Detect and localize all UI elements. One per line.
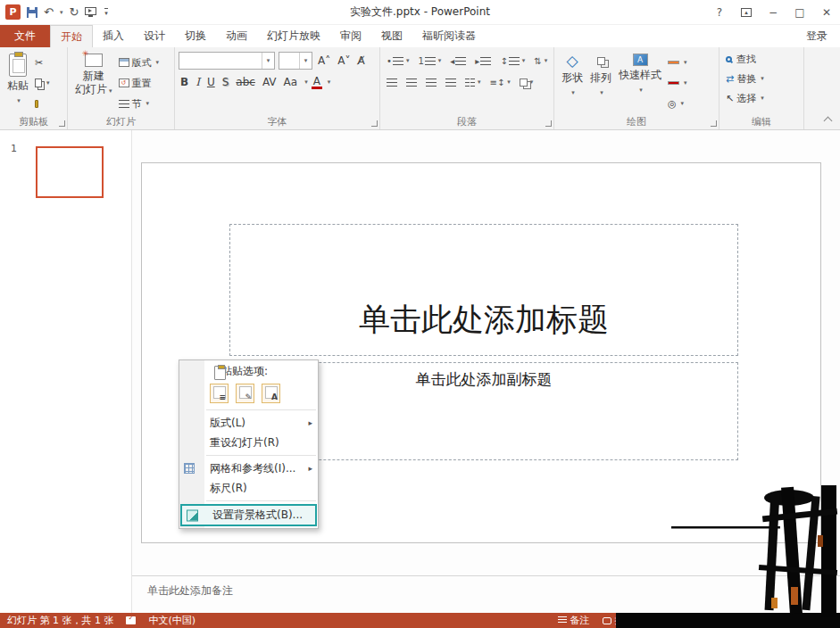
replace-button[interactable]: ⇄替换▾ [723, 70, 800, 87]
clipboard-dialog-launcher[interactable] [59, 120, 65, 127]
zoom-out-button[interactable]: − [726, 615, 734, 626]
normal-view-button[interactable]: ▤ [656, 616, 672, 625]
start-slideshow-icon[interactable] [85, 7, 96, 15]
tab-transitions[interactable]: 切换 [175, 25, 216, 47]
font-name-combo[interactable]: ▾ [179, 52, 275, 70]
italic-button[interactable]: I [194, 76, 202, 88]
line-spacing-button[interactable]: ↕▾ [497, 52, 528, 70]
align-text-button[interactable]: ≡↕▾ [487, 73, 513, 91]
quick-styles-button[interactable]: A 快速样式▾ [615, 50, 665, 116]
window-controls: ? ▴ − □ ✕ [706, 0, 840, 24]
notes-pane-divider[interactable] [132, 575, 840, 576]
paste-use-theme-icon[interactable]: ≡ [210, 384, 229, 403]
slide-thumbnail[interactable] [36, 146, 104, 198]
spellcheck-indicator[interactable] [126, 616, 136, 624]
minimize-button[interactable]: − [760, 0, 786, 24]
comments-toggle[interactable]: 批注 [603, 614, 635, 627]
underline-button[interactable]: U [205, 76, 217, 88]
tab-foxit-reader[interactable]: 福昕阅读器 [412, 25, 486, 47]
cut-button[interactable]: ✂ [32, 54, 53, 71]
tab-review[interactable]: 审阅 [330, 25, 371, 47]
tab-insert[interactable]: 插入 [93, 25, 134, 47]
increase-indent-button[interactable]: ▸ [472, 52, 494, 70]
convert-smartart-button[interactable]: ▾ [517, 73, 536, 91]
numbering-button[interactable]: 1▾ [415, 52, 444, 70]
new-slide-button[interactable]: 新建幻灯片▾ [71, 50, 116, 116]
strikethrough-button[interactable]: abc [234, 76, 257, 88]
maximize-button[interactable]: □ [786, 0, 813, 24]
ribbon-display-options-button[interactable]: ▴ [733, 0, 760, 24]
zoom-in-button[interactable]: + [825, 615, 833, 626]
shape-effects-button[interactable]: ◎▾ [665, 95, 690, 112]
columns-button[interactable]: ▾ [462, 73, 484, 91]
text-direction-button[interactable]: ⇅▾ [531, 52, 550, 70]
tab-home[interactable]: 开始 [50, 25, 93, 47]
shape-fill-button[interactable]: ▾ [665, 54, 690, 71]
clear-formatting-button[interactable]: A̸ [355, 54, 366, 67]
tab-slideshow[interactable]: 幻灯片放映 [257, 25, 330, 47]
select-button[interactable]: ↖选择▾ [723, 89, 800, 107]
tab-animations[interactable]: 动画 [216, 25, 257, 47]
increase-font-button[interactable]: A˄ [316, 54, 332, 67]
section-button[interactable]: 节▾ [116, 95, 162, 112]
help-button[interactable]: ? [706, 0, 733, 24]
close-button[interactable]: ✕ [813, 0, 840, 24]
arrange-button[interactable]: 排列▾ [586, 50, 615, 116]
collapse-ribbon-icon[interactable] [824, 117, 833, 126]
save-icon[interactable] [27, 7, 37, 18]
shape-outline-button[interactable]: ▾ [665, 74, 690, 92]
clipboard-group-label: 剪贴板 [0, 115, 67, 128]
paste-text-only-icon[interactable]: A [262, 384, 280, 403]
align-right-button[interactable] [423, 73, 439, 91]
decrease-indent-button[interactable]: ◂ [447, 52, 469, 70]
paragraph-dialog-launcher[interactable] [545, 120, 552, 127]
align-left-button[interactable] [384, 73, 400, 91]
copy-button[interactable]: ▾ [32, 74, 53, 92]
tab-view[interactable]: 视图 [371, 25, 412, 47]
layout-button[interactable]: 版式▾ [116, 54, 162, 71]
find-button[interactable]: 查找 [723, 50, 800, 68]
menu-item-format-background[interactable]: 设置背景格式(B)... [180, 504, 317, 526]
sign-in-button[interactable]: 登录 [794, 25, 840, 47]
paste-button[interactable]: 粘贴▾ [4, 50, 32, 116]
bullets-icon [393, 57, 403, 65]
reset-button[interactable]: ↺重置 [116, 74, 162, 92]
undo-icon[interactable]: ↶ [44, 6, 54, 18]
shapes-button[interactable]: ◇ 形状▾ [558, 50, 586, 116]
slide-counter[interactable]: 幻灯片 第 1 张，共 1 张 [7, 614, 113, 627]
decrease-font-button[interactable]: A˅ [336, 54, 352, 67]
bold-button[interactable]: B [179, 76, 190, 88]
menu-item-reset-slide[interactable]: 重设幻灯片(R) [179, 433, 318, 452]
tab-file[interactable]: 文件 [0, 25, 50, 47]
customize-qat-icon[interactable]: ▾ [104, 8, 108, 17]
repeat-icon[interactable]: ↻ [69, 6, 79, 18]
change-case-button[interactable]: Aa [282, 76, 300, 88]
menu-item-grid-guides[interactable]: 网格和参考线(I)... ▸ [179, 459, 318, 478]
reading-view-button[interactable]: ▥ [695, 616, 711, 625]
justify-button[interactable] [443, 73, 459, 91]
notes-icon [558, 616, 567, 624]
notes-toggle[interactable]: 备注 [558, 614, 590, 627]
character-spacing-button[interactable]: AV [261, 76, 279, 88]
tab-design[interactable]: 设计 [134, 25, 175, 47]
new-slide-icon [85, 54, 103, 67]
powerpoint-app-icon[interactable]: P [5, 4, 21, 20]
zoom-slider[interactable] [739, 620, 819, 622]
slide-sorter-view-button[interactable]: ▦ [676, 616, 692, 625]
language-indicator[interactable]: 中文(中国) [148, 614, 195, 627]
title-placeholder[interactable]: 单击此处添加标题 [229, 224, 738, 356]
drawing-dialog-launcher[interactable] [711, 120, 717, 127]
notes-placeholder[interactable]: 单击此处添加备注 [147, 583, 233, 599]
text-shadow-button[interactable]: S [220, 76, 231, 88]
menu-item-layout[interactable]: 版式(L) ▸ [179, 413, 318, 433]
font-color-button[interactable]: A [312, 76, 322, 89]
align-center-button[interactable] [403, 73, 420, 91]
undo-dropdown-icon[interactable]: ▾ [60, 9, 63, 16]
format-painter-button[interactable] [32, 95, 53, 112]
zoom-slider-thumb[interactable] [775, 617, 778, 624]
menu-item-ruler[interactable]: 标尺(R) [179, 478, 318, 498]
font-dialog-launcher[interactable] [371, 120, 378, 127]
font-size-combo[interactable]: ▾ [279, 52, 312, 70]
paste-keep-formatting-icon[interactable]: ✎ [236, 384, 254, 403]
bullets-button[interactable]: •▾ [384, 52, 412, 70]
